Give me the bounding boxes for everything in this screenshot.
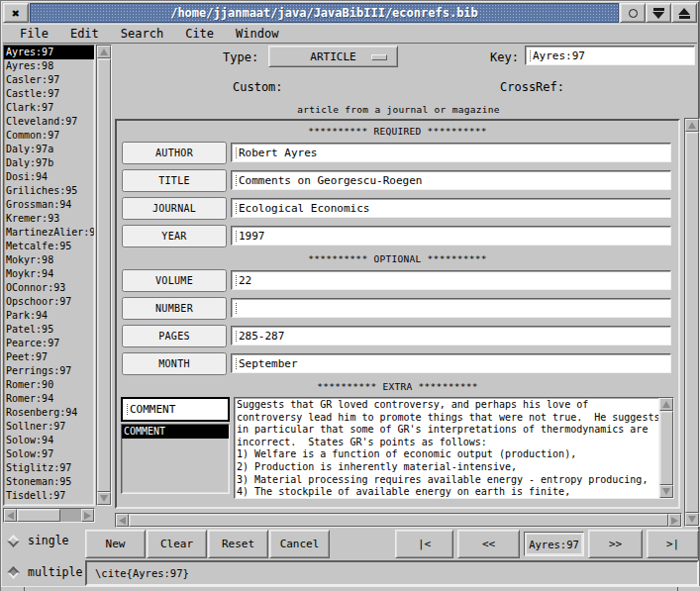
comment-textarea[interactable]: Suggests that GR loved controversy, and … — [234, 397, 674, 499]
extra-field-list[interactable]: COMMENT — [121, 424, 230, 494]
field-input[interactable]: 285-287 — [231, 326, 671, 345]
nav-previous-button[interactable]: << — [457, 530, 520, 558]
reference-list-item[interactable]: Metcalfe:95 — [4, 240, 94, 253]
field-input[interactable]: Comments on Georgescu-Roegen — [231, 170, 671, 190]
reference-list-item[interactable]: Park:94 — [4, 309, 94, 323]
key-input[interactable]: Ayres:97 — [525, 46, 695, 65]
field-input[interactable] — [231, 298, 671, 318]
reference-list-item[interactable]: Daly:97a — [4, 143, 94, 156]
sidebar-vertical-scrollbar[interactable] — [96, 45, 112, 506]
reference-list-item[interactable]: Perrings:97 — [4, 364, 94, 378]
scroll-right-button[interactable] — [81, 509, 94, 522]
form-vertical-scrollbar[interactable] — [684, 118, 700, 527]
scroll-down-button[interactable] — [659, 485, 673, 498]
cite-mode-multiple-radio[interactable]: multiple — [9, 565, 82, 579]
reference-list-item[interactable]: OConnor:93 — [4, 281, 94, 295]
nav-current-key-field[interactable]: Ayres:97 — [524, 532, 584, 556]
reference-list-item[interactable]: Common:97 — [4, 129, 94, 143]
nav-last-button[interactable]: >| — [647, 530, 699, 558]
cite-mode-single-radio[interactable]: single — [9, 534, 69, 547]
reference-key-list[interactable]: Ayres:97Ayres:98Casler:97Castle:97Clark:… — [3, 45, 95, 506]
field-label-button[interactable]: VOLUME — [122, 269, 227, 292]
clear-button[interactable]: Clear — [147, 530, 207, 558]
window-resize-bar[interactable] — [1, 586, 700, 591]
reference-list-item[interactable]: Grossman:94 — [4, 198, 94, 212]
menu-item[interactable]: File — [9, 25, 59, 43]
field-label-button[interactable]: JOURNAL — [122, 197, 227, 220]
reference-list-item[interactable]: Daly:97b — [4, 156, 94, 170]
reference-list-item[interactable]: Sollner:97 — [4, 420, 94, 434]
field-label-button[interactable]: AUTHOR — [122, 142, 227, 164]
reference-list-item[interactable]: Romer:90 — [4, 378, 94, 392]
field-input[interactable]: Robert Ayres — [231, 143, 671, 162]
field-input[interactable]: 22 — [231, 270, 671, 290]
scroll-right-button[interactable] — [668, 514, 681, 527]
shade-button[interactable] — [620, 3, 646, 23]
reference-list-item[interactable]: Griliches:95 — [4, 184, 94, 198]
nav-next-button[interactable]: >> — [588, 530, 643, 558]
reference-list-item[interactable]: MartinezAlier:97 — [4, 226, 94, 240]
reference-list-item[interactable]: Pearce:97 — [4, 337, 94, 350]
type-dropdown[interactable]: ARTICLE — [268, 46, 398, 67]
reference-list-item[interactable]: Moykr:94 — [4, 267, 94, 281]
title-bar[interactable]: ✖ /home/jjanmaat/java/JavaBibIII/econref… — [3, 3, 697, 23]
field-label-button[interactable]: NUMBER — [122, 297, 227, 320]
reference-list-item[interactable]: Kremer:93 — [4, 212, 94, 226]
sidebar-horizontal-scrollbar[interactable] — [3, 508, 95, 523]
reference-list-item[interactable]: Opschoor:97 — [4, 295, 94, 309]
reference-list-item[interactable]: Patel:95 — [4, 323, 94, 337]
cite-command-field[interactable]: \cite{Ayres:97} — [85, 560, 699, 586]
scrollbar-thumb[interactable] — [97, 58, 111, 492]
reference-list-item[interactable]: Peet:97 — [4, 350, 94, 364]
reference-list-item[interactable]: Solow:97 — [4, 447, 94, 461]
scroll-down-button[interactable] — [97, 492, 111, 505]
scroll-up-button[interactable] — [685, 119, 699, 132]
menu-item[interactable]: Search — [110, 25, 174, 43]
reference-list-item[interactable]: Stoneman:95 — [4, 475, 94, 489]
reference-list-item[interactable]: Dosi:94 — [4, 170, 94, 184]
reference-list-item[interactable]: Tisdell:97 — [4, 489, 94, 503]
iconify-button[interactable] — [646, 3, 671, 23]
nav-first-button[interactable]: |< — [395, 530, 453, 558]
reference-list-item[interactable]: Stiglitz:97 — [4, 461, 94, 475]
field-input[interactable]: 1997 — [231, 226, 671, 246]
scrollbar-thumb[interactable] — [685, 132, 699, 513]
reference-list-item[interactable]: Mokyr:98 — [4, 253, 94, 267]
reference-list-item[interactable]: Clark:97 — [4, 101, 94, 115]
reference-list-item[interactable]: Ayres:97 — [4, 46, 94, 59]
menu-item[interactable]: Window — [225, 25, 289, 43]
scrollbar-thumb[interactable] — [17, 509, 60, 522]
scroll-up-button[interactable] — [97, 46, 111, 58]
scrollbar-trough[interactable] — [60, 509, 81, 522]
scroll-left-button[interactable] — [116, 514, 129, 527]
reference-list-item[interactable]: Rosenberg:94 — [4, 406, 94, 420]
field-input[interactable]: Ecological Economics — [231, 198, 671, 218]
reference-list-item[interactable]: Romer:94 — [4, 392, 94, 406]
reference-list-item[interactable]: Solow:94 — [4, 434, 94, 447]
scrollbar-thumb[interactable] — [129, 514, 668, 527]
scroll-up-button[interactable] — [659, 398, 673, 411]
extra-field-name-input[interactable]: COMMENT — [121, 397, 230, 422]
field-label-button[interactable]: MONTH — [122, 352, 227, 375]
reset-button[interactable]: Reset — [208, 530, 268, 558]
field-label-button[interactable]: TITLE — [122, 169, 227, 192]
menu-item[interactable]: Cite — [174, 25, 225, 43]
form-horizontal-scrollbar[interactable] — [115, 513, 682, 528]
close-button[interactable]: ✖ — [3, 3, 29, 23]
scrollbar-thumb[interactable] — [659, 411, 673, 485]
field-label-button[interactable]: YEAR — [122, 225, 227, 247]
reference-list-item[interactable]: Cleveland:97 — [4, 115, 94, 129]
new-button[interactable]: New — [85, 530, 146, 558]
field-label-button[interactable]: PAGES — [122, 325, 227, 347]
field-input[interactable]: September — [231, 353, 671, 373]
menu-item[interactable]: Edit — [59, 25, 110, 43]
reference-list-item[interactable]: Ayres:98 — [4, 59, 94, 73]
scroll-down-button[interactable] — [685, 513, 699, 526]
maximize-button[interactable] — [671, 3, 697, 23]
reference-list-item[interactable]: Castle:97 — [4, 87, 94, 101]
cancel-button[interactable]: Cancel — [269, 530, 330, 558]
reference-list-item[interactable]: Casler:97 — [4, 73, 94, 87]
comment-text[interactable]: Suggests that GR loved controversy, and … — [235, 398, 658, 498]
extra-field-list-item[interactable]: COMMENT — [122, 425, 229, 439]
comment-vertical-scrollbar[interactable] — [658, 398, 673, 498]
